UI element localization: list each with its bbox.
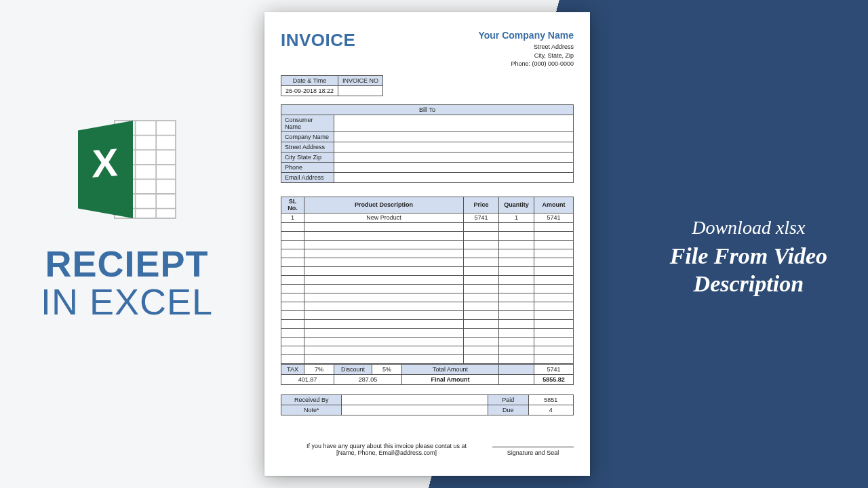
total-value: 5741 [534,364,574,374]
download-callout: Download xlsx File From Video Descriptio… [670,217,827,298]
title-reciept: RECIEPT [41,243,213,285]
excel-icon: X [66,108,188,230]
final-label: Final Amount [402,374,499,384]
billto-company-value [334,131,574,142]
date-value: 26-09-2018 18:22 [281,85,338,96]
billto-table: Bill To Consumer Name Company Name Stree… [281,104,574,183]
company-street: Street Address [478,43,574,52]
callout-line2: Description [670,270,827,298]
billto-consumer-value [334,115,574,131]
received-value [342,394,488,405]
discount-label: Discount [334,364,372,374]
billto-phone-value [334,162,574,172]
callout-sub: Download xlsx [670,217,827,239]
footer-line2: [Name, Phone, Email@address.com] [281,449,492,456]
items-header-sl: SL No. [281,197,304,213]
item-qty: 1 [499,213,534,222]
date-label: Date & Time [281,75,338,85]
billto-consumer-label: Consumer Name [281,115,334,131]
signature-label: Signature and Seal [492,447,574,456]
billto-street-label: Street Address [281,142,334,152]
discount-value: 287.05 [334,374,402,384]
billto-citystate-label: City State Zip [281,152,334,162]
company-phone: Phone: (000) 000-0000 [478,60,574,68]
company-name: Your Company Name [478,30,574,41]
billto-email-value [334,172,574,182]
due-label: Due [488,405,528,415]
totals-table: TAX 7% Discount 5% Total Amount 5741 401… [281,364,574,385]
item-desc: New Product [304,213,464,222]
invno-label: INVOICE NO [338,75,383,85]
note-label: Note* [281,405,342,415]
title-inexcel: IN EXCEL [41,285,213,319]
items-header-qty: Quantity [499,197,534,213]
billto-street-value [334,142,574,152]
invoice-footer: If you have any quary about this invoice… [281,443,574,456]
items-header-desc: Product Description [304,197,464,213]
billto-company-label: Company Name [281,131,334,142]
paid-label: Paid [488,394,528,405]
billto-email-label: Email Address [281,172,334,182]
item-sl: 1 [281,213,304,222]
billto-citystate-value [334,152,574,162]
note-value [342,405,488,415]
paid-value: 5851 [528,394,574,405]
date-invoice-table: Date & Time INVOICE NO 26-09-2018 18:22 [281,75,383,96]
svg-text:X: X [92,140,117,186]
tax-value: 401.87 [281,374,334,384]
items-header-amt: Amount [534,197,574,213]
invoice-title: INVOICE [281,30,355,51]
items-header-price: Price [464,197,499,213]
total-label: Total Amount [402,364,499,374]
tax-label: TAX [281,364,304,374]
due-value: 4 [528,405,574,415]
items-table: SL No. Product Description Price Quantit… [281,197,574,364]
invoice-document: INVOICE Your Company Name Street Address… [264,12,590,476]
received-label: Received By [281,394,342,405]
callout-line1: File From Video [670,243,827,270]
billto-header: Bill To [281,104,574,115]
left-branding: X RECIEPT IN EXCEL [41,108,213,319]
footer-line1: If you have any quary about this invoice… [281,443,492,449]
item-price: 5741 [464,213,499,222]
company-citystate: City, State, Zip [478,52,574,60]
final-value: 5855.82 [534,374,574,384]
discount-pct: 5% [372,364,402,374]
tax-pct: 7% [304,364,334,374]
received-table: Received By Paid 5851 Note* Due 4 [281,394,574,415]
billto-phone-label: Phone [281,162,334,172]
item-amt: 5741 [534,213,574,222]
invno-value [338,85,383,96]
